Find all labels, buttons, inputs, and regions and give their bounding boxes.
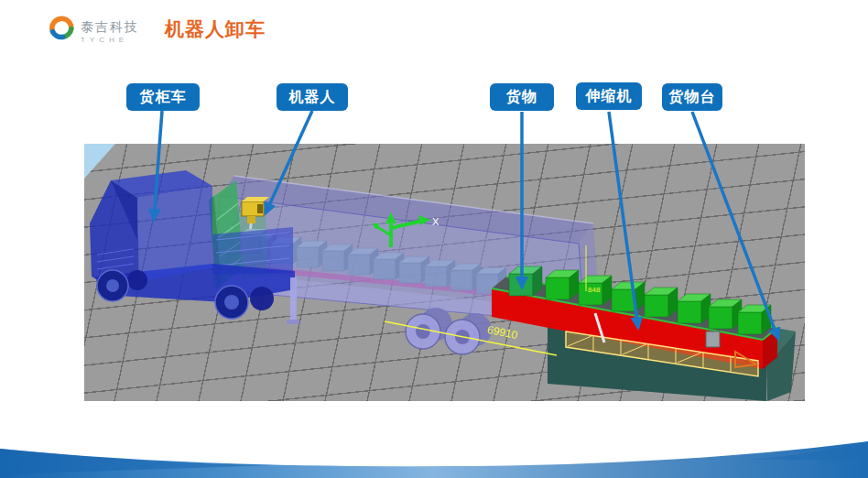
dimension-secondary-text: 848: [588, 286, 601, 294]
callout-telescopic-conveyor[interactable]: 伸缩机: [576, 82, 642, 110]
simulation-viewport: 69910 848 X: [0, 0, 868, 478]
sky-corner: [84, 144, 115, 179]
callout-cargo-platform[interactable]: 货物台: [662, 83, 722, 111]
callout-cargo[interactable]: 货物: [490, 83, 554, 111]
callout-container-truck[interactable]: 货柜车: [126, 83, 200, 111]
axis-x-label: X: [432, 216, 439, 227]
control-box: [706, 331, 720, 347]
dimension-main-text: 69910: [486, 323, 519, 342]
callout-robot[interactable]: 机器人: [277, 83, 348, 111]
